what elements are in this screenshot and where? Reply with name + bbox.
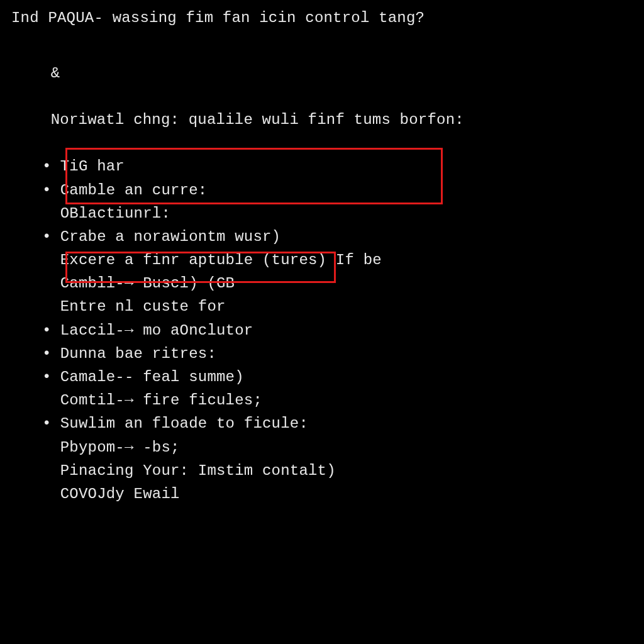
- list-item: • Suwlim an floade to ficule:: [42, 412, 644, 435]
- list-item: COVOJdy Ewail: [42, 482, 644, 506]
- list-item-text: Entre nl custe for: [60, 295, 226, 318]
- bullet-icon: •: [42, 412, 60, 435]
- list-item-text: Cambll-→ Buscl) (GB: [60, 272, 235, 295]
- bullet-icon: •: [42, 365, 60, 389]
- title-line: Ind PAQUA- wassing fim fan icin control …: [11, 6, 644, 30]
- list-item: Excere a finr aptuble (tures) If be: [42, 248, 644, 272]
- heading-text: Noriwatl chng: qualile wuli finf tums bo…: [51, 111, 464, 128]
- list-item: Cambll-→ Buscl) (GB: [42, 272, 644, 295]
- list-item: Pinacing Your: Imstim contalt): [42, 459, 644, 482]
- list-item-text: Comtil-→ fire ficules;: [60, 389, 262, 412]
- bullet-list: • TiG har • Camble an curre: OBlactiunrl…: [11, 155, 644, 506]
- list-item-text: Laccil-→ mo aOnclutor: [60, 319, 253, 342]
- list-item: • Dunna bae ritres:: [42, 342, 644, 365]
- list-item: • TiG har: [42, 155, 644, 178]
- list-item-text: Pinacing Your: Imstim contalt): [60, 459, 336, 482]
- section-heading: & Noriwatl chng: qualile wuli finf tums …: [11, 38, 644, 155]
- list-item: • Camble an curre:: [42, 179, 644, 202]
- list-item-text: Dunna bae ritres:: [60, 342, 216, 365]
- list-item-text: Suwlim an floade to ficule:: [60, 412, 308, 435]
- list-item: Pbypom-→ -bs;: [42, 436, 644, 459]
- list-item: OBlactiunrl:: [42, 202, 644, 225]
- heading-marker: &: [51, 65, 60, 82]
- list-item: • Laccil-→ mo aOnclutor: [42, 319, 644, 342]
- list-item-text: Camale-- feal summe): [60, 365, 244, 389]
- bullet-icon: •: [42, 225, 60, 248]
- list-item: • Crabe a norawiontm wusr): [42, 225, 644, 248]
- list-item: Entre nl custe for: [42, 295, 644, 318]
- list-item: • Camale-- feal summe): [42, 365, 644, 389]
- terminal-screen: Ind PAQUA- wassing fim fan icin control …: [0, 0, 644, 506]
- bullet-icon: •: [42, 179, 60, 202]
- bullet-icon: •: [42, 155, 60, 178]
- list-item-text: Pbypom-→ -bs;: [60, 436, 180, 459]
- list-item-text: Crabe a norawiontm wusr): [60, 225, 280, 248]
- list-item-text: OBlactiunrl:: [60, 202, 170, 225]
- list-item-text: Camble an curre:: [60, 179, 208, 202]
- list-item-text: Excere a finr aptuble (tures) If be: [60, 248, 382, 272]
- list-item-text: TiG har: [60, 155, 125, 178]
- bullet-icon: •: [42, 342, 60, 365]
- bullet-icon: •: [42, 319, 60, 342]
- list-item: Comtil-→ fire ficules;: [42, 389, 644, 412]
- list-item-text: COVOJdy Ewail: [60, 482, 180, 506]
